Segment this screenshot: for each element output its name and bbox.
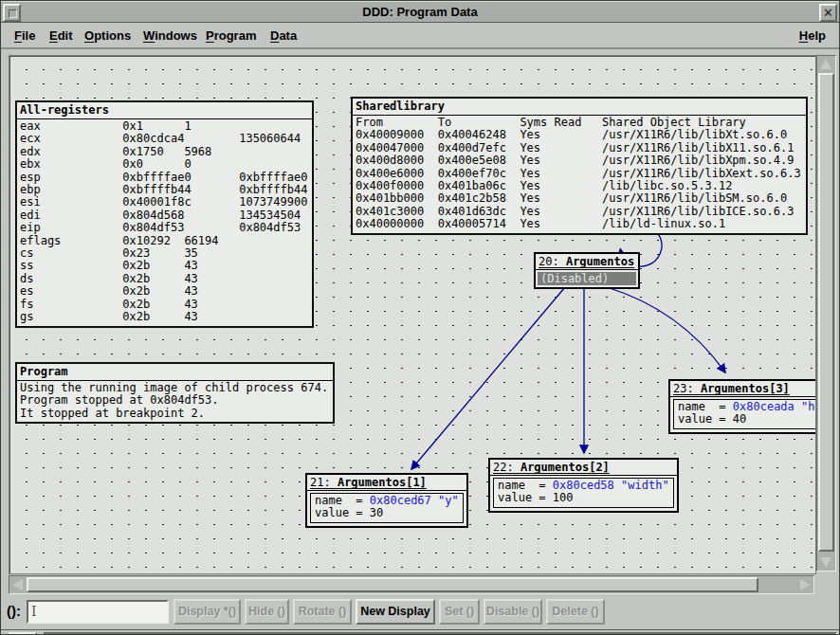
- register-row: es 0x2b 43: [17, 285, 312, 298]
- register-row: esi 0x40001f8c 1073749900: [17, 196, 312, 209]
- argument-prompt-label: ():: [7, 603, 21, 619]
- disable-button[interactable]: Disable (): [484, 599, 542, 625]
- menu-data[interactable]: Data: [270, 28, 297, 43]
- scroll-down-icon[interactable]: [820, 557, 831, 568]
- register-row: ebp 0xbffffb44 0xbffffb44: [17, 184, 312, 196]
- register-row: ecx 0x80cdca4 135060644: [17, 133, 312, 145]
- title-bar[interactable]: DDD: Program Data ✕: [1, 1, 839, 23]
- all-registers-box[interactable]: All-registers eax 0x1 1 ecx 0x80cdca4 13…: [15, 100, 314, 328]
- sharedlibrary-row: 0x40009000 0x40046248 Yes /usr/X11R6/lib…: [353, 129, 806, 141]
- menu-options[interactable]: Options: [84, 28, 131, 43]
- register-row: ebx 0x0 0: [17, 158, 312, 171]
- sharedlibrary-box[interactable]: Sharedlibrary From To Syms Read Shared O…: [351, 97, 808, 235]
- sharedlibrary-title: Sharedlibrary: [353, 99, 806, 116]
- node-21-title: 21: Argumentos[1]: [307, 475, 466, 491]
- menu-program[interactable]: Program: [206, 28, 256, 43]
- node-23-title: 23: Argumentos[3]: [670, 381, 816, 397]
- node-22-name-field[interactable]: name = 0x80ced58 "width": [498, 480, 669, 492]
- sharedlibrary-row: 0x40000000 0x40005714 Yes /lib/ld-linux.…: [353, 218, 806, 230]
- vertical-scrollbar-thumb[interactable]: [818, 73, 834, 552]
- edge-20-21: [411, 287, 565, 469]
- register-row: eflags 0x10292 66194: [17, 235, 312, 247]
- scroll-left-icon[interactable]: [12, 579, 23, 590]
- program-box[interactable]: Program Using the running image of child…: [15, 362, 335, 424]
- close-icon[interactable]: ✕: [819, 4, 837, 22]
- sharedlibrary-body: From To Syms Read Shared Object Library …: [353, 116, 806, 233]
- edge-20-23: [607, 287, 725, 372]
- sharedlibrary-row: 0x40047000 0x400d7efc Yes /usr/X11R6/lib…: [353, 142, 806, 154]
- argument-toolbar: (): I Display *() Hide () Rotate () New …: [1, 595, 839, 629]
- node-22-title: 22: Argumentos[2]: [490, 460, 677, 476]
- sharedlibrary-row: 0x401bb000 0x401c2b58 Yes /usr/X11R6/lib…: [353, 192, 806, 205]
- register-row: eax 0x1 1: [17, 120, 312, 133]
- node-22-value-field[interactable]: value = 100: [498, 492, 669, 504]
- register-row: ds 0x2b 43: [17, 273, 312, 285]
- all-registers-body: eax 0x1 1 ecx 0x80cdca4 135060644 edx 0x…: [17, 119, 312, 326]
- sharedlibrary-row: 0x400d8000 0x400e5e08 Yes /usr/X11R6/lib…: [353, 154, 806, 167]
- node-20-title: 20: Argumentos: [536, 254, 638, 270]
- program-line: Using the running image of child process…: [17, 382, 333, 394]
- sharedlibrary-row: 0x401c3000 0x401d63dc Yes /usr/X11R6/lib…: [353, 206, 806, 218]
- program-line: It stopped at breakpoint 2.: [17, 408, 333, 420]
- horizontal-scrollbar[interactable]: [9, 575, 814, 594]
- set-button[interactable]: Set (): [439, 599, 480, 625]
- delete-button[interactable]: Delete (): [546, 599, 605, 625]
- register-row: ss 0x2b 43: [17, 260, 312, 272]
- register-row: edx 0x1750 5968: [17, 146, 312, 158]
- register-row: esp 0xbffffae0 0xbffffae0: [17, 172, 312, 184]
- scroll-right-icon[interactable]: [800, 579, 811, 590]
- node-23-value-field[interactable]: value = 40: [678, 413, 816, 426]
- menu-edit[interactable]: Edit: [49, 28, 73, 43]
- data-display-canvas[interactable]: All-registers eax 0x1 1 ecx 0x80cdca4 13…: [9, 55, 816, 574]
- new-display-button[interactable]: New Display: [356, 599, 435, 625]
- register-row: eip 0x804df53 0x804df53: [17, 222, 312, 234]
- display-button[interactable]: Display *(): [173, 599, 241, 625]
- scroll-up-icon[interactable]: [820, 59, 831, 69]
- display-node-20-argumentos[interactable]: 20: Argumentos (Disabled): [534, 252, 640, 289]
- menu-help[interactable]: Help: [799, 28, 826, 43]
- program-title: Program: [17, 364, 333, 381]
- display-node-23-argumentos3[interactable]: 23: Argumentos[3] name = 0x80ceada "h va…: [668, 379, 816, 434]
- sharedlibrary-row: 0x400e6000 0x400ef70c Yes /usr/X11R6/lib…: [353, 168, 806, 180]
- program-body: Using the running image of child process…: [17, 381, 333, 422]
- node-21-values: name = 0x80ced67 "y" value = 30: [310, 493, 464, 523]
- register-row: cs 0x23 35: [17, 247, 312, 260]
- menu-bar: File Edit Options Windows Program Data H…: [1, 23, 839, 49]
- sharedlibrary-row: 0x400f0000 0x401ba06c Yes /lib/libc.so.5…: [353, 180, 806, 192]
- window-title: DDD: Program Data: [1, 5, 839, 19]
- menu-windows[interactable]: Windows: [143, 28, 197, 43]
- display-node-22-argumentos2[interactable]: 22: Argumentos[2] name = 0x80ced58 "widt…: [488, 458, 679, 513]
- register-row: edi 0x804d568 134534504: [17, 209, 312, 222]
- register-row: fs 0x2b 43: [17, 299, 312, 311]
- rotate-button[interactable]: Rotate (): [293, 599, 352, 625]
- menu-file[interactable]: File: [14, 28, 35, 43]
- all-registers-title: All-registers: [17, 102, 312, 119]
- program-line: Program stopped at 0x804df53.: [17, 394, 333, 407]
- node-20-disabled-status[interactable]: (Disabled): [538, 272, 636, 285]
- status-strip: [1, 629, 839, 635]
- ddd-program-data-window: DDD: Program Data ✕ File Edit Options Wi…: [0, 0, 840, 635]
- argument-input[interactable]: I: [27, 600, 169, 624]
- sharedlibrary-header: From To Syms Read Shared Object Library: [353, 117, 806, 129]
- node-23-name-field[interactable]: name = 0x80ceada "h: [678, 401, 816, 413]
- hide-button[interactable]: Hide (): [245, 599, 289, 625]
- node-21-value-field[interactable]: value = 30: [315, 507, 459, 519]
- node-21-name-field[interactable]: name = 0x80ced67 "y": [315, 495, 459, 507]
- display-node-21-argumentos1[interactable]: 21: Argumentos[1] name = 0x80ced67 "y" v…: [305, 473, 468, 528]
- horizontal-scrollbar-thumb[interactable]: [27, 577, 758, 592]
- node-23-values: name = 0x80ceada "h value = 40: [673, 399, 816, 429]
- vertical-scrollbar[interactable]: [816, 55, 836, 572]
- register-row: gs 0x2b 43: [17, 311, 312, 323]
- text-cursor: I: [31, 604, 37, 619]
- node-22-values: name = 0x80ced58 "width" value = 100: [493, 478, 674, 508]
